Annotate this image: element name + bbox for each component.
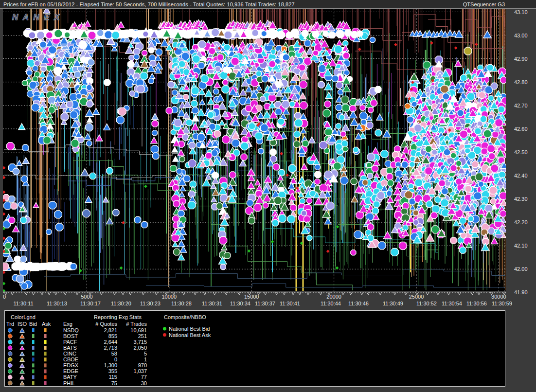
svg-text:BOST: BOST: [63, 333, 78, 339]
svg-text:355: 355: [108, 368, 117, 374]
svg-text:National Best Ask: National Best Ask: [169, 332, 211, 338]
svg-text:ISO: ISO: [18, 321, 27, 327]
svg-text:11:30:37: 11:30:37: [255, 301, 275, 306]
svg-text:2,713: 2,713: [104, 345, 117, 351]
svg-text:11:30:34: 11:30:34: [230, 301, 250, 306]
svg-text:11:30:17: 11:30:17: [80, 301, 101, 306]
svg-text:42.20: 42.20: [514, 219, 528, 225]
svg-text:2,821: 2,821: [104, 327, 117, 333]
svg-text:2,644: 2,644: [104, 339, 117, 345]
svg-text:42.40: 42.40: [514, 173, 528, 178]
svg-text:11:30:56: 11:30:56: [466, 301, 487, 306]
svg-text:11:30:49: 11:30:49: [383, 301, 403, 306]
svg-text:PHIL: PHIL: [63, 380, 75, 386]
svg-text:10000: 10000: [162, 294, 177, 300]
svg-text:2,050: 2,050: [133, 345, 147, 351]
svg-text:20000: 20000: [326, 294, 341, 300]
svg-text:11:30:13: 11:30:13: [47, 301, 67, 306]
svg-text:Composite/NBBO: Composite/NBBO: [164, 314, 206, 320]
svg-text:11:30:41: 11:30:41: [280, 301, 300, 306]
svg-text:BATS: BATS: [63, 345, 77, 351]
svg-text:42.00: 42.00: [514, 266, 528, 272]
svg-text:National Best Bid: National Best Bid: [169, 326, 210, 332]
svg-text:Reporting Exg Stats: Reporting Exg Stats: [94, 314, 142, 320]
svg-text:0: 0: [114, 356, 117, 362]
svg-text:1,037: 1,037: [133, 368, 147, 374]
svg-text:11:30:11: 11:30:11: [13, 301, 33, 306]
svg-text:970: 970: [138, 362, 147, 368]
svg-text:CINC: CINC: [63, 351, 76, 356]
svg-text:11:30:28: 11:30:28: [171, 301, 192, 306]
svg-text:Ask: Ask: [42, 321, 51, 327]
svg-text:15000: 15000: [244, 294, 259, 300]
svg-text:42.60: 42.60: [514, 126, 528, 132]
svg-text:42.10: 42.10: [514, 243, 528, 249]
svg-text:30000: 30000: [491, 294, 506, 300]
svg-text:Exg: Exg: [63, 321, 72, 327]
svg-text:11:30:23: 11:30:23: [140, 301, 161, 306]
svg-text:115: 115: [108, 374, 117, 380]
svg-text:1: 1: [144, 356, 147, 362]
svg-text:42.90: 42.90: [514, 56, 528, 62]
svg-text:Bid: Bid: [29, 321, 37, 327]
svg-text:11:30:31: 11:30:31: [202, 301, 222, 306]
svg-text:43.10: 43.10: [514, 9, 528, 15]
svg-text:30: 30: [141, 380, 147, 386]
svg-text:EDGX: EDGX: [63, 362, 79, 368]
svg-text:25000: 25000: [409, 294, 424, 300]
svg-text:QTSequencer G3: QTSequencer G3: [463, 1, 505, 7]
svg-text:11:30:52: 11:30:52: [416, 301, 437, 306]
svg-text:11:30:59: 11:30:59: [492, 301, 512, 306]
svg-text:77: 77: [141, 374, 147, 380]
svg-text:5: 5: [144, 351, 147, 356]
svg-text:11:30:20: 11:30:20: [111, 301, 131, 306]
svg-text:75: 75: [111, 380, 117, 386]
svg-text:Trd: Trd: [6, 321, 14, 327]
svg-text:11:30:46: 11:30:46: [348, 301, 369, 306]
svg-text:42.30: 42.30: [514, 196, 528, 202]
svg-text:CBOE: CBOE: [63, 356, 78, 362]
svg-text:Prices for eFB on 05/18/201: Prices for eFB on 05/18/2012 - Elapsed T…: [3, 1, 295, 7]
svg-text:42.50: 42.50: [514, 149, 528, 155]
svg-text:10,691: 10,691: [130, 327, 147, 333]
svg-text:5000: 5000: [81, 294, 92, 300]
svg-text:855: 855: [108, 333, 117, 339]
svg-text:11:30:44: 11:30:44: [321, 301, 341, 306]
svg-text:42.80: 42.80: [514, 79, 528, 85]
svg-text:58: 58: [111, 351, 117, 356]
svg-text:NSDQ: NSDQ: [63, 327, 79, 333]
svg-text:0: 0: [3, 294, 6, 300]
svg-text:1,300: 1,300: [104, 362, 117, 368]
svg-text:BATY: BATY: [63, 374, 77, 380]
svg-text:# Quotes: # Quotes: [95, 321, 117, 327]
svg-text:41.90: 41.90: [514, 289, 528, 295]
svg-text:11:30:54: 11:30:54: [442, 301, 462, 306]
svg-text:# Trades: # Trades: [126, 321, 147, 327]
svg-text:PACF: PACF: [63, 339, 77, 345]
svg-text:NANEX: NANEX: [12, 13, 64, 22]
svg-text:ColorLgnd: ColorLgnd: [11, 314, 36, 320]
svg-text:EDGE: EDGE: [63, 368, 78, 374]
svg-text:42.70: 42.70: [514, 103, 528, 108]
svg-text:3,715: 3,715: [133, 339, 147, 345]
svg-text:251: 251: [138, 333, 147, 339]
svg-text:43.00: 43.00: [514, 33, 528, 38]
